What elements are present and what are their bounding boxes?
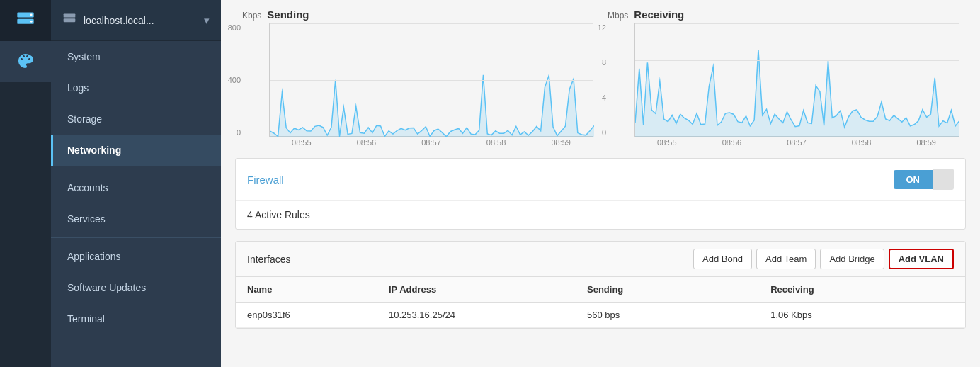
firewall-link[interactable]: Firewall xyxy=(247,174,284,186)
table-row: enp0s31f6 10.253.16.25/24 560 bps 1.06 K… xyxy=(236,303,965,328)
rx-label-0858: 08:58 xyxy=(852,138,872,147)
icon-rail xyxy=(0,0,51,367)
sending-title: Sending xyxy=(267,9,309,21)
add-vlan-button[interactable]: Add VLAN xyxy=(889,249,954,269)
col-ip: IP Address xyxy=(377,277,576,303)
sending-chart-wrapper xyxy=(269,23,593,137)
server-icon xyxy=(16,10,35,32)
rx-label-0856: 08:56 xyxy=(722,138,742,147)
x-label-0859: 08:59 xyxy=(551,138,571,147)
nav-header[interactable]: localhost.local... ▾ xyxy=(51,0,221,41)
charts-area: Kbps Sending 800 400 0 08:55 xyxy=(221,0,980,147)
x-label-0855: 08:55 xyxy=(292,138,312,147)
host-server-icon xyxy=(62,12,76,28)
add-bridge-button[interactable]: Add Bridge xyxy=(820,249,884,269)
interfaces-table: Name IP Address Sending Receiving enp0s3… xyxy=(236,277,965,328)
receiving-title: Receiving xyxy=(634,9,684,21)
chevron-down-icon: ▾ xyxy=(204,14,210,27)
r-grid-line-1 xyxy=(635,23,959,24)
sending-chart-container: Kbps Sending 800 400 0 08:55 xyxy=(235,9,600,147)
sending-grid xyxy=(270,23,593,136)
sending-y-labels: 800 400 0 xyxy=(221,23,241,137)
row-ip: 10.253.16.25/24 xyxy=(377,303,576,328)
row-sending: 560 bps xyxy=(576,303,759,328)
rx-label-0857: 08:57 xyxy=(787,138,807,147)
svg-point-6 xyxy=(73,15,74,16)
sidebar-item-networking[interactable]: Networking xyxy=(51,135,221,166)
y-label-400: 400 xyxy=(221,76,241,84)
sidebar-item-terminal[interactable]: Terminal xyxy=(51,303,221,334)
interfaces-title: Interfaces xyxy=(247,254,290,265)
interfaces-header: Interfaces Add Bond Add Team Add Bridge … xyxy=(236,242,965,277)
palette-icon xyxy=(17,52,34,72)
col-receiving: Receiving xyxy=(759,277,965,303)
x-label-0857: 08:57 xyxy=(421,138,441,147)
receiving-y-labels: 12 8 4 0 xyxy=(585,23,606,137)
nav-divider-2 xyxy=(51,237,221,238)
svg-point-7 xyxy=(73,20,74,21)
r-grid-line-3 xyxy=(635,98,959,98)
svg-point-2 xyxy=(30,13,33,16)
icon-rail-top xyxy=(0,0,51,41)
receiving-x-labels: 08:55 08:56 08:57 08:58 08:59 xyxy=(608,138,959,147)
sidebar-item-accounts[interactable]: Accounts xyxy=(51,172,221,203)
row-receiving: 1.06 Kbps xyxy=(759,303,965,328)
col-name: Name xyxy=(236,277,377,303)
sidebar-item-logs[interactable]: Logs xyxy=(51,72,221,103)
sidebar-item-software-updates[interactable]: Software Updates xyxy=(51,272,221,303)
add-bond-button[interactable]: Add Bond xyxy=(693,249,752,269)
receiving-chart-container: Mbps Receiving 12 8 4 0 xyxy=(600,9,966,147)
firewall-header: Firewall ON xyxy=(236,159,965,201)
nav-divider-1 xyxy=(51,169,221,169)
sidebar-item-storage[interactable]: Storage xyxy=(51,103,221,135)
rx-label-0859: 08:59 xyxy=(916,138,936,147)
rx-label-0855: 08:55 xyxy=(657,138,677,147)
y-label-800: 800 xyxy=(221,23,241,32)
toggle-on-button[interactable]: ON xyxy=(894,170,933,189)
firewall-rules-text: 4 Active Rules xyxy=(236,201,965,229)
interfaces-section: Interfaces Add Bond Add Team Add Bridge … xyxy=(235,241,966,329)
receiving-unit: Mbps xyxy=(608,11,628,21)
col-sending: Sending xyxy=(576,277,759,303)
row-name: enp0s31f6 xyxy=(236,303,377,328)
receiving-chart-wrapper xyxy=(634,23,959,137)
ry-label-8: 8 xyxy=(585,58,606,67)
sidebar-item-applications[interactable]: Applications xyxy=(51,241,221,272)
firewall-section: Firewall ON 4 Active Rules xyxy=(235,158,966,230)
x-label-0856: 08:56 xyxy=(357,138,377,147)
add-team-button[interactable]: Add Team xyxy=(756,249,816,269)
receiving-grid xyxy=(635,23,959,136)
y-label-0: 0 xyxy=(221,128,241,137)
sidebar-item-services[interactable]: Services xyxy=(51,203,221,235)
firewall-toggle[interactable]: ON xyxy=(894,169,955,190)
sending-unit: Kbps xyxy=(242,11,261,21)
sidebar-item-system[interactable]: System xyxy=(51,41,221,72)
grid-line-2 xyxy=(270,80,593,81)
r-grid-line-2 xyxy=(635,60,959,61)
ry-label-12: 12 xyxy=(585,23,606,32)
interface-buttons: Add Bond Add Team Add Bridge Add VLAN xyxy=(693,249,954,269)
host-title: localhost.local... xyxy=(84,15,154,26)
svg-point-3 xyxy=(30,20,33,22)
table-header-row: Name IP Address Sending Receiving xyxy=(236,277,965,303)
palette-icon-item[interactable] xyxy=(0,41,51,82)
x-label-0858: 08:58 xyxy=(486,138,506,147)
ry-label-4: 4 xyxy=(585,94,606,102)
toggle-off-area[interactable] xyxy=(933,169,954,190)
grid-line-1 xyxy=(270,23,593,24)
ry-label-0: 0 xyxy=(585,128,606,137)
main-content: Kbps Sending 800 400 0 08:55 xyxy=(221,0,980,367)
nav-sidebar: localhost.local... ▾ System Logs Storage… xyxy=(51,0,221,367)
sending-x-labels: 08:55 08:56 08:57 08:58 08:59 xyxy=(242,138,593,147)
